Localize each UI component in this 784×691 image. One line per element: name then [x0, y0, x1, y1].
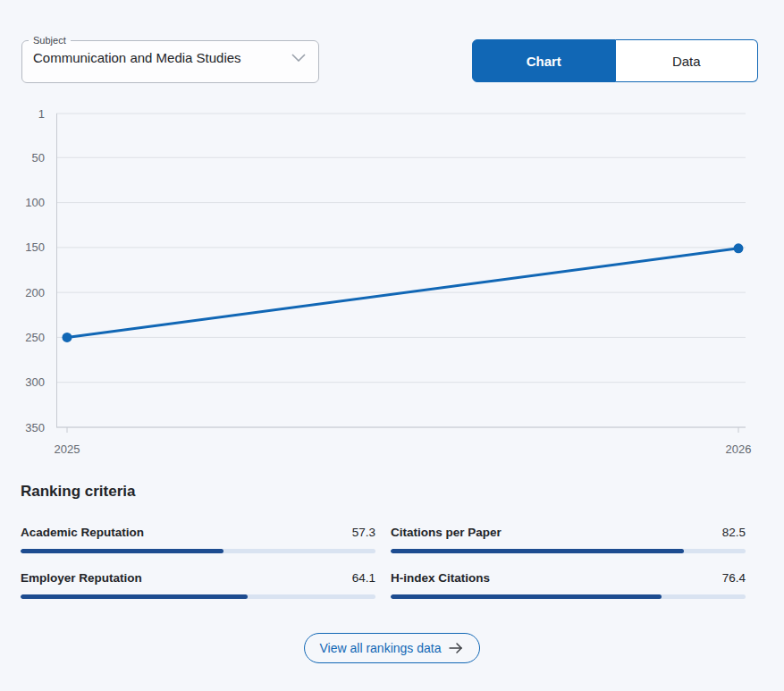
criterion-value: 64.1 — [352, 569, 375, 587]
criterion-row: Employer Reputation 64.1 — [21, 569, 375, 599]
criterion-header: Academic Reputation 57.3 — [21, 524, 375, 542]
criterion-label: H-index Citations — [391, 569, 490, 587]
ranking-criteria-section: Ranking criteria Academic Reputation 57.… — [21, 483, 746, 599]
criterion-header: Citations per Paper 82.5 — [391, 524, 746, 542]
tab-data[interactable]: Data — [616, 39, 759, 82]
criterion-label: Citations per Paper — [391, 524, 502, 542]
view-all-rankings-label: View all rankings data — [320, 641, 442, 655]
rank-chart: 15010015020025030035020252026 — [0, 103, 784, 460]
criterion-label: Employer Reputation — [21, 569, 142, 587]
criteria-grid: Academic Reputation 57.3 Citations per P… — [21, 524, 746, 599]
criterion-row: Citations per Paper 82.5 — [391, 524, 746, 553]
rankings-widget: Subject Communication and Media Studies … — [0, 0, 784, 691]
subject-select-label: Subject — [29, 35, 71, 46]
y-axis-tick-label: 1 — [38, 107, 45, 121]
criterion-header: Employer Reputation 64.1 — [21, 569, 375, 587]
chart-data-toggle: Chart Data — [472, 39, 758, 82]
criterion-bar-fill — [21, 549, 223, 553]
rank-line — [67, 249, 738, 338]
y-axis-tick-label: 350 — [25, 421, 45, 434]
rank-point — [734, 243, 744, 253]
ranking-criteria-heading: Ranking criteria — [21, 483, 746, 501]
criterion-bar-track — [391, 594, 746, 599]
criterion-bar-track — [21, 594, 375, 599]
y-axis-tick-label: 250 — [25, 331, 45, 344]
subject-select-row: Communication and Media Studies — [22, 46, 318, 65]
criterion-bar-fill — [391, 594, 662, 599]
x-axis-tick-label: 2026 — [726, 442, 752, 456]
criterion-row: H-index Citations 76.4 — [391, 569, 746, 599]
criterion-value: 76.4 — [722, 569, 746, 587]
arrow-right-icon — [449, 643, 464, 653]
y-axis-tick-label: 50 — [32, 151, 45, 164]
criterion-value: 57.3 — [352, 524, 375, 542]
y-axis-tick-label: 100 — [25, 196, 45, 209]
y-axis-tick-label: 200 — [25, 286, 45, 299]
criterion-bar-track — [21, 549, 375, 553]
subject-select[interactable]: Subject Communication and Media Studies — [21, 35, 319, 83]
rank-point — [63, 333, 72, 342]
tab-chart[interactable]: Chart — [472, 39, 616, 82]
criterion-row: Academic Reputation 57.3 — [21, 524, 375, 553]
chevron-down-icon — [291, 54, 306, 62]
criterion-header: H-index Citations 76.4 — [391, 569, 746, 587]
y-axis-tick-label: 300 — [25, 375, 45, 389]
criterion-bar-fill — [391, 549, 684, 553]
criterion-bar-fill — [21, 594, 248, 599]
criterion-bar-track — [391, 549, 746, 553]
x-axis-tick-label: 2025 — [55, 442, 80, 456]
criterion-label: Academic Reputation — [21, 524, 144, 542]
y-axis-tick-label: 150 — [25, 240, 45, 254]
criterion-value: 82.5 — [722, 524, 746, 542]
subject-select-value: Communication and Media Studies — [33, 50, 241, 65]
view-all-rankings-button[interactable]: View all rankings data — [304, 633, 481, 663]
